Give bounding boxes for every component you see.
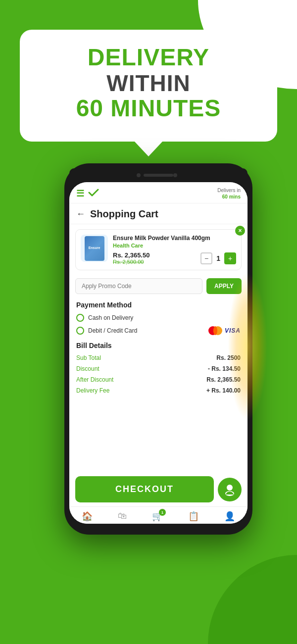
bill-label-after-discount: After Discount bbox=[76, 376, 113, 383]
bill-value-subtotal: Rs. 2500 bbox=[216, 354, 241, 361]
product-name: Ensure Milk Powder Vanilla 400gm bbox=[113, 235, 236, 242]
nav-home[interactable]: 🏠 bbox=[82, 511, 93, 522]
profile-icon: 👤 bbox=[224, 511, 235, 522]
bill-row-subtotal: Sub Total Rs. 2500 bbox=[69, 352, 248, 363]
payment-card-label: Debit / Credit Card bbox=[88, 327, 204, 334]
mastercard-icon bbox=[208, 326, 223, 336]
phone-wrapper: ☰ Delivers in 60 mins ← Shopping Cart × bbox=[35, 163, 282, 629]
promo-input[interactable] bbox=[75, 278, 202, 294]
price-current: Rs. 2,365.50 bbox=[113, 251, 149, 259]
orders-icon: 📋 bbox=[188, 511, 199, 522]
phone-outer: ☰ Delivers in 60 mins ← Shopping Cart × bbox=[64, 163, 252, 535]
promo-section: APPLY bbox=[75, 278, 242, 294]
phone-notch bbox=[69, 168, 248, 182]
bill-value-delivery: + Rs. 140.00 bbox=[206, 387, 241, 394]
hero-line1: DELIVERY bbox=[30, 45, 267, 71]
payment-card[interactable]: Debit / Credit Card VISA bbox=[69, 324, 248, 338]
ensure-can: Ensure bbox=[85, 236, 104, 261]
hero-bubble: DELIVERY WITHIN 60 MINUTES bbox=[20, 30, 277, 142]
bill-row-after-discount: After Discount Rs. 2,365.50 bbox=[69, 374, 248, 385]
cart-title: Shopping Cart bbox=[90, 208, 158, 220]
bill-row-delivery: Delivery Fee + Rs. 140.00 bbox=[69, 385, 248, 396]
phone-screen: ☰ Delivers in 60 mins ← Shopping Cart × bbox=[69, 182, 248, 524]
bill-value-discount: - Rs. 134.50 bbox=[208, 365, 241, 372]
bottom-nav: 🏠 🛍 🛒 1 📋 👤 bbox=[69, 506, 248, 524]
qty-value: 1 bbox=[216, 254, 220, 262]
decrease-qty-button[interactable]: − bbox=[200, 252, 212, 264]
bill-value-after-discount: Rs. 2,365.50 bbox=[206, 376, 241, 383]
delivery-time: 60 mins bbox=[217, 194, 241, 200]
nav-profile[interactable]: 👤 bbox=[224, 511, 235, 522]
radio-card[interactable] bbox=[76, 327, 84, 335]
nav-cart[interactable]: 🛒 1 bbox=[152, 511, 163, 522]
speaker-bar bbox=[144, 174, 173, 177]
nav-orders[interactable]: 📋 bbox=[188, 511, 199, 522]
payment-cod[interactable]: Cash on Delivery bbox=[69, 312, 248, 324]
delivery-text: Delivers in bbox=[217, 187, 241, 194]
quantity-control: − 1 + bbox=[200, 252, 236, 264]
menu-icon[interactable]: ☰ bbox=[76, 188, 84, 199]
nav-shop[interactable]: 🛍 bbox=[118, 511, 127, 522]
increase-qty-button[interactable]: + bbox=[224, 252, 236, 264]
remove-item-button[interactable]: × bbox=[235, 226, 245, 236]
svg-point-3 bbox=[227, 485, 233, 491]
camera-dot-2 bbox=[173, 173, 177, 177]
shop-icon: 🛍 bbox=[118, 511, 127, 521]
ensure-label: Ensure bbox=[89, 246, 100, 250]
camera-dot bbox=[137, 173, 141, 177]
cart-title-bar: ← Shopping Cart bbox=[69, 203, 248, 224]
bill-label-subtotal: Sub Total bbox=[76, 354, 101, 361]
apply-promo-button[interactable]: APPLY bbox=[206, 278, 242, 294]
price-original: Rs. 2,500.00 bbox=[113, 259, 149, 265]
support-avatar[interactable] bbox=[218, 478, 242, 501]
back-button[interactable]: ← bbox=[76, 209, 85, 219]
product-details: Ensure Milk Powder Vanilla 400gm Health … bbox=[113, 235, 236, 265]
logo-icon bbox=[88, 187, 99, 200]
home-icon: 🏠 bbox=[82, 511, 93, 522]
payment-cod-label: Cash on Delivery bbox=[88, 314, 241, 321]
product-pricing: Rs. 2,365.50 Rs. 2,500.00 − 1 + bbox=[113, 251, 236, 265]
hero-line2: WITHIN bbox=[30, 71, 267, 96]
cart-badge: 1 bbox=[159, 509, 166, 516]
payment-section-title: Payment Method bbox=[69, 297, 248, 312]
checkout-button[interactable]: CHECKOUT bbox=[75, 476, 214, 502]
cart-item-container: × Ensure Ensure Milk Powder Vanilla 400g… bbox=[75, 229, 242, 270]
card-icons: VISA bbox=[208, 326, 241, 336]
bill-section-title: Bill Details bbox=[69, 338, 248, 352]
product-image: Ensure bbox=[81, 235, 108, 262]
product-category: Health Care bbox=[113, 243, 236, 248]
cart-item-inner: Ensure Ensure Milk Powder Vanilla 400gm … bbox=[81, 235, 236, 265]
radio-cod[interactable] bbox=[76, 314, 84, 322]
price-block: Rs. 2,365.50 Rs. 2,500.00 bbox=[113, 251, 149, 265]
bill-row-discount: Discount - Rs. 134.50 bbox=[69, 363, 248, 374]
bill-label-delivery: Delivery Fee bbox=[76, 387, 109, 394]
delivery-info: Delivers in 60 mins bbox=[217, 187, 241, 200]
svg-point-2 bbox=[213, 326, 217, 335]
bill-label-discount: Discount bbox=[76, 365, 99, 372]
app-header: ☰ Delivers in 60 mins bbox=[69, 182, 248, 203]
hero-line3: 60 MINUTES bbox=[30, 96, 267, 122]
visa-icon: VISA bbox=[225, 327, 241, 334]
checkout-bar: CHECKOUT bbox=[69, 476, 248, 506]
